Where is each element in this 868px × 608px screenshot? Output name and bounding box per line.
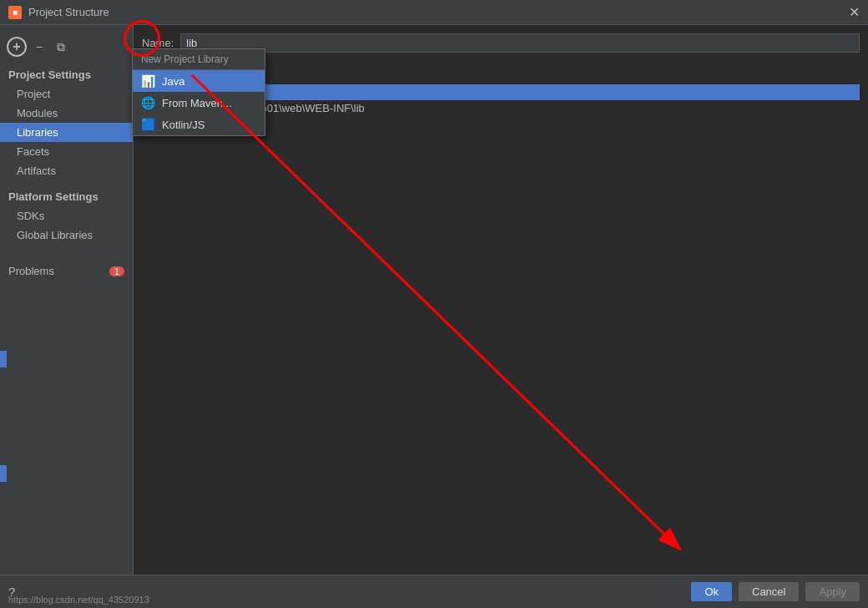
apply-button[interactable]: Apply — [805, 582, 860, 601]
dropdown-kotlin-item[interactable]: 🟦 Kotlin/JS — [133, 114, 265, 135]
problems-badge: 1 — [109, 266, 124, 276]
java-icon: 📊 — [141, 74, 155, 88]
platform-settings-header: Platform Settings — [0, 187, 133, 206]
sidebar-toolbar: + − ⧉ — [0, 33, 133, 60]
close-button[interactable]: ✕ — [849, 4, 860, 20]
dropdown-kotlin-label: Kotlin/JS — [162, 119, 204, 131]
kotlin-icon: 🟦 — [141, 118, 155, 131]
sidebar-item-libraries[interactable]: Libraries — [0, 123, 133, 142]
dropdown-maven-item[interactable]: 🌐 From Maven... — [133, 92, 265, 114]
sidebar-item-facets[interactable]: Facets — [0, 142, 133, 161]
window-title: Project Structure — [28, 6, 109, 18]
add-library-button[interactable]: + — [7, 37, 27, 57]
sidebar: + − ⧉ Project Settings Project Modules L… — [0, 25, 134, 575]
name-label: Name: — [142, 37, 174, 49]
app-icon: ■ — [8, 6, 22, 19]
project-settings-header: Project Settings — [0, 65, 133, 84]
bottom-url: https://blog.csdn.net/qq_43520913 — [8, 595, 149, 608]
sidebar-divider — [0, 180, 133, 187]
title-bar: ■ Project Structure ✕ — [0, 0, 868, 25]
cancel-button[interactable]: Cancel — [739, 582, 799, 601]
name-input[interactable] — [180, 33, 860, 53]
dropdown-maven-label: From Maven... — [162, 97, 232, 109]
dropdown-java-item[interactable]: 📊 Java — [133, 70, 265, 92]
problems-label: Problems — [8, 265, 54, 277]
sidebar-item-sdks[interactable]: SDKs — [0, 206, 133, 225]
sidebar-item-project[interactable]: Project — [0, 84, 133, 104]
dropdown-header: New Project Library — [133, 49, 265, 70]
maven-icon: 🌐 — [141, 96, 155, 109]
tree-container: ▼ 🔑 Classes 📁 E:\Code\MywWeb01\web\WEB-I… — [142, 84, 860, 566]
copy-library-button[interactable]: ⧉ — [52, 38, 70, 56]
dropdown-java-label: Java — [162, 75, 184, 88]
sidebar-item-global-libraries[interactable]: Global Libraries — [0, 225, 133, 245]
left-indicator-1 — [0, 351, 7, 367]
ok-button[interactable]: Ok — [691, 582, 732, 601]
bottom-bar: ? https://blog.csdn.net/qq_43520913 Ok C… — [0, 575, 868, 608]
main-layout: + − ⧉ Project Settings Project Modules L… — [0, 25, 868, 575]
problems-row[interactable]: Problems 1 — [0, 261, 133, 281]
sidebar-item-artifacts[interactable]: Artifacts — [0, 161, 133, 180]
new-library-dropdown: New Project Library 📊 Java 🌐 From Maven.… — [132, 48, 265, 136]
left-indicator-2 — [0, 465, 7, 482]
sidebar-item-modules[interactable]: Modules — [0, 104, 133, 123]
remove-library-button[interactable]: − — [30, 38, 48, 56]
